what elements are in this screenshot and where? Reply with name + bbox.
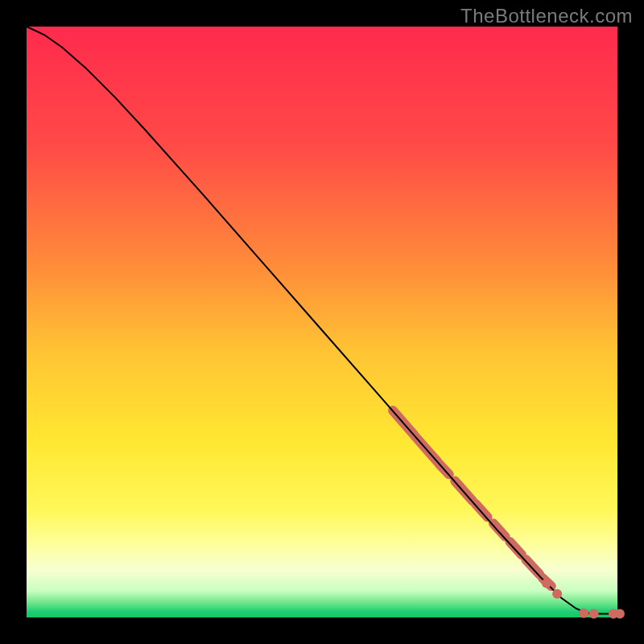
watermark-text: TheBottleneck.com [460, 5, 633, 27]
marker-point [579, 609, 588, 618]
marker-point [589, 609, 599, 619]
plot-background [27, 27, 617, 617]
chart-container: TheBottleneck.com [0, 0, 644, 644]
bottleneck-chart [0, 0, 644, 644]
marker-point [542, 578, 551, 588]
marker-point [615, 609, 625, 619]
marker-point [552, 589, 562, 599]
